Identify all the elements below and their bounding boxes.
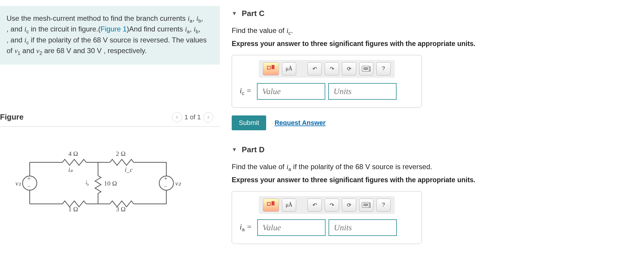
answer-variable: ic = xyxy=(240,86,252,96)
template-icon[interactable] xyxy=(263,62,279,75)
value-input[interactable] xyxy=(257,219,326,236)
keyboard-icon[interactable]: ⌨ ] xyxy=(359,62,373,75)
svg-text:−: − xyxy=(27,183,31,190)
units-input[interactable] xyxy=(328,83,397,100)
svg-rect-19 xyxy=(272,201,274,205)
undo-icon[interactable]: ↶ xyxy=(307,199,322,212)
part-c-prompt: Find the value of ic. xyxy=(232,26,632,36)
part-d-answer-box: μÅ ↶ ↷ ⟳ ⌨ ] ? ia = xyxy=(232,191,422,244)
request-answer-link[interactable]: Request Answer xyxy=(274,119,326,127)
undo-icon[interactable]: ↶ xyxy=(307,62,322,75)
problem-statement: Use the mesh-current method to find the … xyxy=(0,6,220,65)
help-icon[interactable]: ? xyxy=(376,62,391,75)
svg-rect-18 xyxy=(267,202,270,205)
figure-title: Figure xyxy=(0,112,23,122)
part-title: Part C xyxy=(242,9,265,18)
svg-text:+: + xyxy=(164,175,167,182)
redo-icon[interactable]: ↷ xyxy=(325,199,339,212)
units-format-button[interactable]: μÅ xyxy=(282,199,296,212)
reset-icon[interactable]: ⟳ xyxy=(342,199,356,212)
part-c-answer-box: μÅ ↶ ↷ ⟳ ⌨ ] ? ic = xyxy=(232,55,422,108)
template-icon[interactable] xyxy=(263,199,279,212)
redo-icon[interactable]: ↷ xyxy=(325,62,339,75)
figure-next-button[interactable]: › xyxy=(203,112,213,122)
svg-text:−: − xyxy=(164,183,167,190)
part-d-instruction: Express your answer to three significant… xyxy=(232,176,632,184)
part-d-prompt: Find the value of ia if the polarity of … xyxy=(232,163,632,172)
answer-toolbar: μÅ ↶ ↷ ⟳ ⌨ ] ? xyxy=(259,196,395,214)
figure-link[interactable]: Figure 1 xyxy=(101,25,127,33)
keyboard-icon[interactable]: ⌨ ] xyxy=(359,199,373,212)
help-icon[interactable]: ? xyxy=(376,199,391,212)
part-c: ▼ Part C Find the value of ic. Express y… xyxy=(232,9,632,130)
figure-nav-text: 1 of 1 xyxy=(184,113,201,121)
part-c-instruction: Express your answer to three significant… xyxy=(232,40,632,48)
collapse-icon[interactable]: ▼ xyxy=(232,147,237,153)
units-format-button[interactable]: μÅ xyxy=(282,62,296,75)
collapse-icon[interactable]: ▼ xyxy=(232,10,237,17)
submit-button[interactable]: Submit xyxy=(232,115,266,130)
answer-toolbar: μÅ ↶ ↷ ⟳ ⌨ ] ? xyxy=(259,60,395,78)
figure-prev-button[interactable]: ‹ xyxy=(172,112,182,122)
svg-text:+: + xyxy=(27,175,31,182)
circuit-diagram: + − + − 4 Ω 2 Ω iₐ i_c ib 10 Ω 1 Ω 3 Ω v… xyxy=(0,127,220,213)
value-input[interactable] xyxy=(257,83,325,100)
svg-rect-16 xyxy=(267,66,270,69)
units-input[interactable] xyxy=(329,219,397,236)
answer-variable: ia = xyxy=(240,223,252,233)
reset-icon[interactable]: ⟳ xyxy=(342,62,356,75)
svg-rect-17 xyxy=(272,65,274,69)
part-title: Part D xyxy=(242,145,265,154)
part-d: ▼ Part D Find the value of ia if the pol… xyxy=(232,145,632,244)
